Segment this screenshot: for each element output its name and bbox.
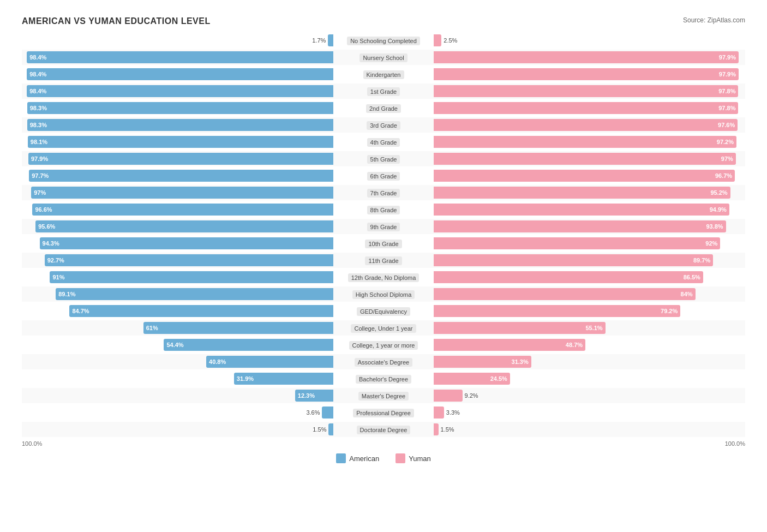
right-section: 97.8%	[433, 83, 745, 99]
bar-american: 94.3%	[40, 237, 333, 249]
bar-yuman: 97.9%	[434, 68, 739, 80]
bar-value-left: 91%	[50, 274, 67, 280]
bar-american: 31.9%	[234, 373, 333, 385]
row-inner: 31.9% Bachelor's Degree 24.5%	[22, 371, 745, 386]
row-inner: 97.9% 5th Grade 97%	[22, 151, 745, 166]
left-section: 97%	[22, 185, 334, 200]
axis-labels: 100.0% 100.0%	[22, 440, 745, 447]
row-inner: 91% 12th Grade, No Diploma 86.5%	[22, 270, 745, 285]
category-label: Bachelor's Degree	[356, 375, 411, 384]
row-inner: 92.7% 11th Grade 89.7%	[22, 253, 745, 268]
chart-row: 3.6% Professional Degree 3.3%	[22, 405, 745, 420]
bar-value-right: 79.2%	[658, 308, 680, 314]
bar-yuman	[434, 390, 463, 402]
right-section: 3.3%	[433, 405, 745, 420]
left-section: 98.4%	[22, 50, 334, 65]
row-inner: 84.7% GED/Equivalency 79.2%	[22, 303, 745, 319]
row-inner: 40.8% Associate's Degree 31.3%	[22, 354, 745, 369]
bar-yuman: 97.8%	[434, 102, 738, 114]
legend-label-yuman: Yuman	[409, 455, 430, 463]
left-section: 1.5%	[22, 422, 334, 437]
bar-yuman: 95.2%	[434, 187, 730, 199]
bar-american	[328, 34, 333, 46]
bar-american	[328, 423, 333, 435]
center-labels: 11th Grade	[334, 255, 433, 265]
row-inner: 98.3% 2nd Grade 97.8%	[22, 100, 745, 116]
bar-american: 40.8%	[206, 356, 333, 368]
bar-value-left: 84.7%	[69, 308, 92, 314]
bar-yuman: 93.8%	[434, 220, 726, 232]
bar-yuman: 24.5%	[434, 373, 510, 385]
bar-american	[322, 407, 333, 419]
legend-box-yuman	[396, 453, 405, 463]
right-section: 89.7%	[433, 253, 745, 268]
bar-yuman: 79.2%	[434, 305, 680, 317]
chart-row: 40.8% Associate's Degree 31.3%	[22, 354, 745, 369]
category-label: Professional Degree	[353, 409, 414, 417]
bar-yuman: 48.7%	[434, 339, 585, 351]
right-section: 96.7%	[433, 168, 745, 183]
bar-value-left: 95.6%	[35, 223, 58, 230]
right-section: 92%	[433, 236, 745, 251]
bar-american: 97.7%	[29, 170, 333, 182]
category-label: 12th Grade, No Diploma	[348, 273, 420, 282]
bar-value-left: 94.3%	[40, 240, 62, 247]
center-labels: 1st Grade	[334, 86, 433, 96]
bar-american: 54.4%	[164, 339, 333, 351]
left-section: 40.8%	[22, 354, 334, 369]
center-labels: Associate's Degree	[334, 357, 433, 367]
right-section: 9.2%	[433, 388, 745, 403]
bar-yuman: 31.3%	[434, 356, 531, 368]
left-section: 3.6%	[22, 405, 334, 420]
center-labels: 4th Grade	[334, 137, 433, 147]
chart-row: 54.4% College, 1 year or more 48.7%	[22, 337, 745, 352]
center-labels: 7th Grade	[334, 188, 433, 198]
bar-american: 96.6%	[32, 204, 333, 216]
category-label: Kindergarten	[363, 70, 404, 79]
bar-yuman	[434, 423, 439, 435]
bar-american: 92.7%	[45, 254, 333, 266]
bar-value-left: 61%	[143, 325, 161, 331]
right-section: 94.9%	[433, 202, 745, 217]
bar-value-left: 96.6%	[32, 206, 55, 213]
right-section: 31.3%	[433, 354, 745, 369]
left-section: 97.9%	[22, 151, 334, 166]
row-inner: 12.3% Master's Degree 9.2%	[22, 388, 745, 403]
axis-label-right: 100.0%	[725, 440, 745, 447]
left-section: 97.7%	[22, 168, 334, 183]
left-section: 98.3%	[22, 100, 334, 116]
bar-value-left-outside: 3.6%	[306, 409, 322, 416]
chart-legend: American Yuman	[22, 453, 745, 463]
chart-row: 97.9% 5th Grade 97%	[22, 151, 745, 166]
bar-value-right: 97.2%	[714, 139, 736, 145]
left-section: 98.1%	[22, 134, 334, 150]
bar-value-left-outside: 1.5%	[313, 426, 328, 433]
category-label: 7th Grade	[367, 189, 400, 198]
bar-value-left: 98.4%	[27, 71, 49, 77]
bar-value-left-outside: 1.7%	[312, 37, 328, 44]
bar-value-right: 86.5%	[681, 274, 703, 280]
bar-value-right: 97.6%	[715, 122, 738, 128]
bar-yuman: 97.9%	[434, 51, 739, 63]
chart-row: 92.7% 11th Grade 89.7%	[22, 253, 745, 268]
chart-row: 97% 7th Grade 95.2%	[22, 185, 745, 200]
category-label: 1st Grade	[367, 87, 400, 96]
center-labels: 12th Grade, No Diploma	[334, 272, 433, 282]
category-label: 9th Grade	[367, 223, 400, 231]
bar-value-right: 97%	[718, 156, 736, 162]
left-section: 98.4%	[22, 83, 334, 99]
bar-value-left: 31.9%	[234, 375, 256, 382]
bar-value-right: 95.2%	[708, 189, 730, 196]
bar-yuman	[434, 407, 444, 419]
category-label: 4th Grade	[367, 138, 400, 147]
center-labels: 9th Grade	[334, 222, 433, 231]
bar-value-right: 97.9%	[716, 54, 739, 61]
row-inner: 97% 7th Grade 95.2%	[22, 185, 745, 200]
chart-row: 31.9% Bachelor's Degree 24.5%	[22, 371, 745, 386]
legend-box-american	[336, 453, 346, 463]
row-inner: 97.7% 6th Grade 96.7%	[22, 168, 745, 183]
bar-value-left: 97.7%	[29, 172, 51, 179]
center-labels: Kindergarten	[334, 69, 433, 79]
center-labels: Professional Degree	[334, 408, 433, 417]
chart-row: 95.6% 9th Grade 93.8%	[22, 219, 745, 234]
